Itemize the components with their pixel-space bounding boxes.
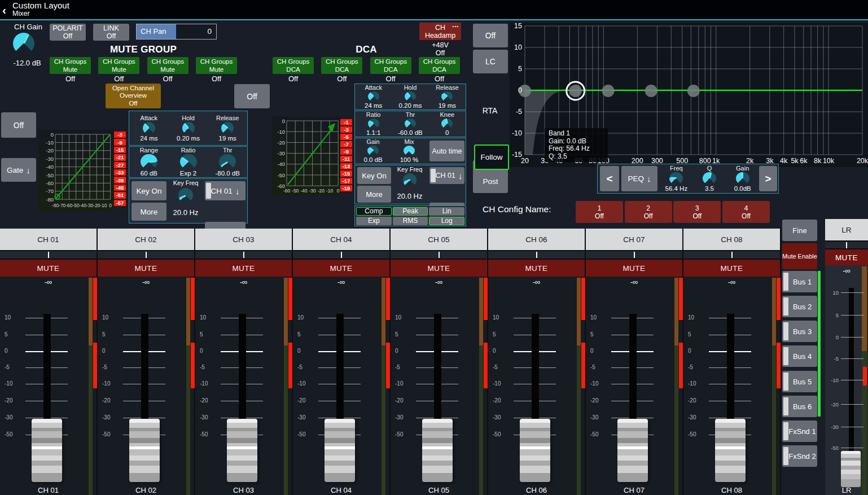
knob[interactable] <box>368 91 379 102</box>
comp-mode-exp[interactable]: Exp <box>356 217 392 225</box>
ch-config-button[interactable]: 3Off <box>673 201 721 223</box>
bus-button-7[interactable]: FxSnd 1 <box>782 420 817 442</box>
channel-header[interactable]: CH 07 <box>586 229 682 250</box>
polarity-button[interactable]: POLARIT Off <box>50 24 86 41</box>
channel-mute-button[interactable]: MUTE <box>98 260 194 277</box>
mute-group-button[interactable]: CH GroupsMute <box>98 57 139 74</box>
gate-key-on-button[interactable]: Key On <box>131 181 166 200</box>
comp-mode-log[interactable]: Log <box>429 217 464 225</box>
channel-header[interactable]: CH 08 <box>683 229 780 250</box>
eq-type-dropdown[interactable]: PEQ ↓ <box>621 166 657 191</box>
rta-follow-button[interactable]: Follow <box>474 144 509 170</box>
channel-pan[interactable] <box>488 250 585 260</box>
knob[interactable] <box>405 91 416 102</box>
fader-handle[interactable] <box>617 419 648 482</box>
dca-button[interactable]: CH GroupsDCA <box>370 57 411 74</box>
knob[interactable] <box>221 122 234 134</box>
channel-pan[interactable] <box>195 250 292 260</box>
gate-key-freq-knob[interactable] <box>168 187 204 203</box>
bus-button-5[interactable]: Bus 5 <box>782 371 817 392</box>
auto-time-button[interactable]: Auto time <box>429 141 464 161</box>
knob[interactable] <box>367 146 379 156</box>
comp-mode-rms[interactable]: RMS <box>393 217 428 225</box>
comp-keysrc-dropdown[interactable]: CH 01 ↓ <box>429 167 464 184</box>
bus-button-4[interactable]: Bus 4 <box>782 345 817 367</box>
knob[interactable] <box>403 173 417 187</box>
knob[interactable] <box>143 122 155 134</box>
channel-mute-button[interactable]: MUTE <box>293 260 389 277</box>
dca-button[interactable]: CH GroupsDCA <box>273 57 314 74</box>
bus-button-2[interactable]: Bus 2 <box>782 296 817 317</box>
comp-more-button[interactable]: More <box>357 186 391 203</box>
ch-config-button[interactable]: 1Off <box>576 201 623 223</box>
channel-mute-button[interactable]: MUTE <box>683 260 780 277</box>
comp-key-freq-knob[interactable] <box>391 173 428 187</box>
channel-header[interactable]: CH 05 <box>391 229 487 250</box>
eq-band-handle[interactable] <box>645 85 657 97</box>
headamp-button[interactable]: ••• CH Headamp <box>419 23 461 40</box>
next-band-button[interactable]: > <box>759 166 777 191</box>
mute-enable-button[interactable]: Mute Enable <box>782 243 817 269</box>
fader-handle[interactable] <box>129 419 160 482</box>
comp-mode-lin[interactable]: Lin <box>429 207 464 216</box>
channel-header[interactable]: CH 04 <box>293 229 389 250</box>
fader-handle[interactable] <box>520 419 550 482</box>
channel-pan[interactable] <box>683 250 780 260</box>
knob[interactable] <box>182 122 195 134</box>
master-fader-handle[interactable] <box>841 451 861 487</box>
gate-transfer-graph[interactable]: 0-10-20-30-40-50-60-70-80-80-70-60-50-40… <box>38 130 114 211</box>
channel-mute-button[interactable]: MUTE <box>195 260 292 277</box>
open-channel-overview-button[interactable]: Open Channel Overview Off <box>106 84 161 108</box>
fader-handle[interactable] <box>422 419 453 482</box>
channel-pan[interactable] <box>586 250 682 260</box>
master-pan[interactable] <box>825 240 868 249</box>
fader-handle[interactable] <box>325 419 355 482</box>
gate-keysrc-dropdown[interactable]: CH 01 ↓ <box>205 181 246 200</box>
comp-mode-comp[interactable]: Comp <box>356 207 392 216</box>
fader-handle[interactable] <box>227 419 257 482</box>
channel-header[interactable]: CH 03 <box>195 229 292 250</box>
channel-mute-button[interactable]: MUTE <box>488 260 585 277</box>
knob[interactable] <box>441 91 453 102</box>
knob[interactable] <box>141 154 157 169</box>
bus-button-8[interactable]: FxSnd 2 <box>782 445 817 467</box>
knob[interactable] <box>180 154 197 169</box>
eq-band-handle[interactable] <box>602 85 615 97</box>
master-mute-button[interactable]: MUTE <box>825 249 868 265</box>
eq-off-button[interactable]: Off <box>473 24 508 47</box>
ch-config-button[interactable]: 4Off <box>722 201 770 223</box>
bus-button-1[interactable]: Bus 1 <box>782 271 817 292</box>
gate-off-button[interactable]: Off <box>1 112 36 138</box>
channel-header[interactable]: CH 01 <box>0 229 97 250</box>
dca-button[interactable]: CH GroupsDCA <box>419 57 460 74</box>
channel-mute-button[interactable]: MUTE <box>586 260 682 277</box>
knob[interactable] <box>404 146 415 156</box>
lc-button[interactable]: LC <box>473 50 508 73</box>
knob[interactable] <box>368 119 379 129</box>
back-icon[interactable]: ‹ <box>2 3 6 17</box>
bus-button-6[interactable]: Bus 6 <box>782 396 817 417</box>
comp-key-on-button[interactable]: Key On <box>357 167 391 184</box>
fine-button[interactable]: Fine <box>782 220 817 241</box>
comp-transfer-graph[interactable]: 0-10-20-30-40-50-60-60-50-40-30-20-100 <box>272 116 341 195</box>
channel-mute-button[interactable]: MUTE <box>391 260 487 277</box>
bus-button-3[interactable]: Bus 3 <box>782 321 817 342</box>
channel-header[interactable]: CH 02 <box>98 229 194 250</box>
rta-post-button[interactable]: Post <box>473 170 508 193</box>
channel-header[interactable]: CH 06 <box>488 229 585 250</box>
channel-pan[interactable] <box>391 250 487 260</box>
eq-band-handle[interactable] <box>687 85 700 97</box>
knob[interactable] <box>669 172 683 185</box>
ch-gain-knob[interactable] <box>12 32 35 55</box>
channel-pan[interactable] <box>98 250 194 260</box>
knob[interactable] <box>13 33 34 54</box>
eq-band-handle[interactable] <box>569 85 582 97</box>
insert-off-button[interactable]: Off <box>234 84 270 108</box>
gate-more-button[interactable]: More <box>131 203 166 221</box>
channel-pan[interactable] <box>293 250 389 260</box>
dca-button[interactable]: CH GroupsDCA <box>321 57 362 74</box>
knob[interactable] <box>405 119 416 129</box>
knob[interactable] <box>219 154 236 169</box>
master-header[interactable]: LR <box>825 219 868 240</box>
knob[interactable] <box>441 119 453 129</box>
